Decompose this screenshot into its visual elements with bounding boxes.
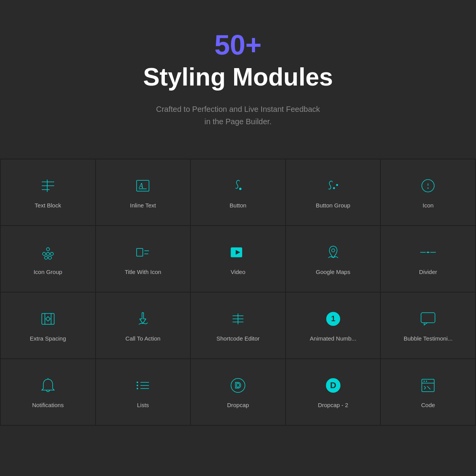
module-label-divider: Divider — [419, 269, 437, 275]
google-maps-icon — [324, 243, 342, 262]
extra-spacing-icon — [39, 310, 57, 328]
icon-icon — [419, 176, 437, 195]
title-with-icon-icon — [134, 243, 152, 262]
module-item-icon-group[interactable]: Icon Group — [1, 226, 95, 292]
lists-icon — [134, 376, 152, 395]
icon-group-icon — [39, 243, 57, 262]
svg-point-53 — [424, 380, 425, 382]
hero-subtitle: Crafted to Perfection and Live Instant F… — [8, 103, 468, 128]
module-label-dropcap: Dropcap — [227, 402, 249, 408]
svg-text:D: D — [235, 380, 241, 390]
svg-point-14 — [43, 252, 46, 255]
module-label-title-with-icon: Title With Icon — [125, 269, 161, 275]
module-item-title-with-icon[interactable]: Title With Icon — [96, 226, 190, 292]
module-label-bubble-testimonial: Bubble Testimoni... — [404, 335, 452, 342]
module-label-icon-group: Icon Group — [34, 269, 62, 275]
module-item-dropcap-2[interactable]: D Dropcap - 2 — [286, 359, 380, 425]
svg-line-55 — [424, 386, 426, 388]
button-group-icon — [324, 176, 342, 195]
code-icon — [419, 376, 437, 395]
module-item-call-to-action[interactable]: Call To Action — [96, 293, 190, 358]
svg-point-43 — [137, 388, 138, 389]
svg-point-42 — [137, 385, 138, 386]
module-item-dropcap[interactable]: D Dropcap — [191, 359, 285, 425]
module-label-lists: Lists — [137, 402, 149, 408]
module-item-extra-spacing[interactable]: Extra Spacing — [1, 293, 95, 358]
module-item-divider[interactable]: Divider — [381, 226, 475, 292]
module-item-shortcode-editor[interactable]: Shortcode Editor — [191, 293, 285, 358]
module-item-code[interactable]: Code — [381, 359, 475, 425]
module-item-bubble-testimonial[interactable]: Bubble Testimoni... — [381, 293, 475, 358]
module-item-inline-text[interactable]: A Inline Text — [96, 159, 190, 225]
module-label-shortcode-editor: Shortcode Editor — [216, 335, 260, 342]
module-label-code: Code — [421, 402, 435, 408]
divider-icon — [419, 243, 437, 262]
module-label-icon: Icon — [423, 202, 433, 209]
svg-point-27 — [427, 252, 429, 253]
svg-text:1: 1 — [331, 314, 335, 323]
module-label-button-group: Button Group — [316, 202, 350, 209]
module-label-button: Button — [229, 202, 246, 209]
svg-point-8 — [333, 187, 335, 189]
module-label-text-block: Text Block — [35, 202, 61, 209]
module-item-google-maps[interactable]: Google Maps — [286, 226, 380, 292]
svg-point-54 — [426, 380, 427, 382]
animated-number-icon: 1 — [324, 310, 342, 328]
svg-rect-30 — [42, 313, 54, 324]
module-label-dropcap-2: Dropcap - 2 — [318, 402, 348, 408]
shortcode-editor-icon — [229, 310, 247, 328]
svg-point-41 — [137, 382, 138, 383]
button-icon — [229, 176, 247, 195]
module-item-animated-number[interactable]: 1 Animated Numb... — [286, 293, 380, 358]
svg-text:A: A — [139, 182, 144, 190]
module-item-notifications[interactable]: Notifications — [1, 359, 95, 425]
module-item-lists[interactable]: Lists — [96, 359, 190, 425]
svg-point-9 — [336, 184, 338, 186]
hero-number: 50+ — [8, 31, 468, 59]
module-item-video[interactable]: Video — [191, 226, 285, 292]
module-label-animated-number: Animated Numb... — [310, 335, 356, 342]
svg-point-18 — [48, 256, 51, 259]
module-label-video: Video — [231, 269, 245, 275]
module-label-google-maps: Google Maps — [316, 269, 350, 275]
inline-text-icon: A — [134, 176, 152, 195]
svg-line-57 — [427, 386, 430, 389]
module-item-icon[interactable]: Icon — [381, 159, 475, 225]
dropcap-2-icon: D — [324, 376, 342, 395]
module-label-call-to-action: Call To Action — [125, 335, 161, 342]
svg-rect-19 — [137, 248, 143, 256]
module-item-button-group[interactable]: Button Group — [286, 159, 380, 225]
dropcap-icon: D — [229, 376, 247, 395]
svg-text:D: D — [330, 380, 336, 390]
hero-section: 50+ Styling Modules Crafted to Perfectio… — [0, 0, 476, 151]
svg-point-15 — [46, 252, 50, 255]
module-label-inline-text: Inline Text — [130, 202, 156, 209]
module-item-button[interactable]: Button — [191, 159, 285, 225]
svg-point-17 — [45, 256, 48, 259]
svg-line-56 — [424, 388, 426, 389]
modules-grid: Text Block A Inline Text Button Button G… — [0, 159, 476, 426]
svg-point-24 — [332, 249, 335, 252]
video-icon — [229, 243, 247, 262]
call-to-action-icon — [134, 310, 152, 328]
hero-title: Styling Modules — [8, 63, 468, 91]
text-block-icon — [39, 176, 57, 195]
svg-point-16 — [50, 252, 53, 255]
bubble-testimonial-icon — [419, 310, 437, 328]
svg-point-12 — [428, 187, 429, 188]
svg-rect-39 — [421, 313, 435, 323]
notifications-icon — [39, 376, 57, 395]
module-label-extra-spacing: Extra Spacing — [30, 335, 66, 342]
svg-point-7 — [239, 188, 241, 190]
svg-point-13 — [46, 248, 50, 251]
module-item-text-block[interactable]: Text Block — [1, 159, 95, 225]
module-label-notifications: Notifications — [32, 402, 64, 408]
